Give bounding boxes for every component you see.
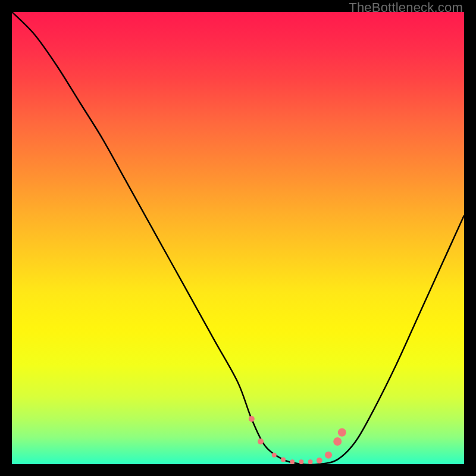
data-point: [290, 459, 295, 464]
chart-container: TheBottleneck.com: [0, 0, 476, 476]
data-point: [272, 453, 277, 458]
data-point: [333, 437, 342, 446]
data-point: [338, 428, 346, 437]
watermark-text: TheBottleneck.com: [349, 0, 463, 15]
plot-area: [12, 12, 464, 464]
data-point: [317, 458, 322, 464]
data-point: [258, 439, 264, 444]
data-points: [249, 416, 346, 464]
data-point: [249, 416, 255, 422]
data-point: [281, 457, 286, 462]
data-point: [308, 459, 313, 464]
chart-svg: [12, 12, 464, 464]
data-point: [325, 452, 332, 459]
data-point: [299, 459, 303, 464]
bottleneck-curve: [12, 12, 464, 464]
